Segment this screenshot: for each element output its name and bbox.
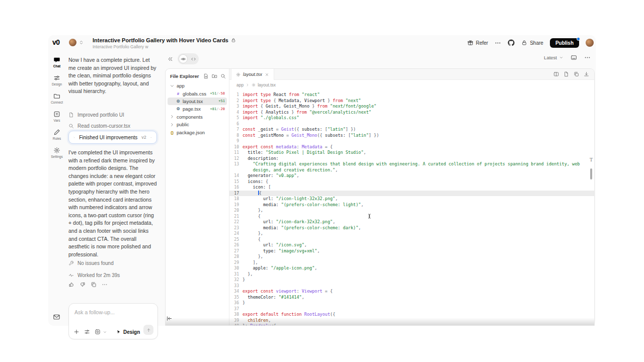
status-label: No issues found xyxy=(77,260,114,266)
code-editor: layout.tsx app layout.tsx xyxy=(229,69,594,325)
workspace: Latest File Explorer app#globals.css+51/… xyxy=(161,50,596,326)
code-line: 10export const metadata: Metadata = { xyxy=(229,144,594,150)
task-more-button[interactable] xyxy=(150,135,152,140)
console-icon[interactable] xyxy=(571,54,577,61)
arrow-up-icon xyxy=(146,327,151,333)
send-button[interactable] xyxy=(143,325,153,335)
code-line: 1import type React from "react" xyxy=(229,92,594,98)
task-version: v2 xyxy=(141,135,146,140)
sidebar-item-design[interactable]: Design xyxy=(48,74,65,86)
version-dropdown[interactable]: Latest xyxy=(544,55,564,60)
code-line: 20 }, xyxy=(229,208,594,214)
tsx-file-icon: ⚙ xyxy=(176,107,181,111)
new-file-icon[interactable] xyxy=(203,73,209,79)
sidebar-item-chat[interactable]: Chat xyxy=(48,56,65,68)
project-switcher-icon[interactable] xyxy=(78,40,84,45)
download-icon[interactable] xyxy=(584,71,589,77)
v0-logo[interactable]: v0 xyxy=(52,38,60,46)
split-view-icon[interactable] xyxy=(553,71,559,77)
chat-input-placeholder: Ask a follow-up... xyxy=(74,309,115,315)
editor-tabbar: layout.tsx xyxy=(229,69,594,80)
tool-call-row[interactable]: Improved portfolio UI xyxy=(68,110,158,120)
sidebar-item-connect[interactable]: Connect xyxy=(48,93,65,104)
sidebar-item-label: Connect xyxy=(51,101,63,104)
share-label: Share xyxy=(530,40,543,46)
file-tree-item-public[interactable]: public xyxy=(168,121,227,128)
breadcrumb-file[interactable]: layout.tsx xyxy=(258,82,276,87)
code-line: 32} xyxy=(229,277,594,283)
github-icon[interactable] xyxy=(508,39,515,46)
sidebar-item-label: Chat xyxy=(53,64,60,68)
header-more-button[interactable] xyxy=(495,40,501,46)
gift-icon xyxy=(467,40,473,46)
attach-plus-button[interactable] xyxy=(73,329,79,335)
code-line: 38export default function RootLayout({ xyxy=(229,312,594,318)
breadcrumb: app layout.tsx xyxy=(229,80,594,90)
file-tree-item-package-json[interactable]: {}package.json xyxy=(168,128,227,136)
preview-toggle-button[interactable] xyxy=(179,54,188,63)
copy-icon[interactable] xyxy=(91,282,97,288)
editor-card: File Explorer app#globals.css+51/-58⚙lay… xyxy=(165,68,595,326)
code-line: 29 ], xyxy=(229,260,594,266)
nav-rail: ChatDesignConnectVarsRulesSettings xyxy=(48,53,65,326)
file-explorer-title: File Explorer xyxy=(170,73,200,79)
json-file-icon: {} xyxy=(170,130,175,135)
file-explorer: File Explorer app#globals.css+51/-58⚙lay… xyxy=(166,69,229,325)
ellipsis-icon[interactable] xyxy=(102,282,108,288)
collapse-panel-icon[interactable] xyxy=(167,56,174,62)
chat-panel: Now I have a complete picture. Let me cr… xyxy=(65,50,161,326)
user-avatar[interactable] xyxy=(586,39,594,47)
scrollbar-thumb[interactable] xyxy=(590,168,592,179)
tool-call-row[interactable]: Read custom-cursor.tsx xyxy=(68,121,158,131)
tab-layout-tsx[interactable]: layout.tsx xyxy=(231,69,274,80)
file-tree-item-components[interactable]: components xyxy=(168,113,227,121)
code-line: 39 children, xyxy=(229,318,594,324)
feedback-mail-icon[interactable] xyxy=(53,313,60,321)
sidebar-item-rules[interactable]: Rules xyxy=(48,129,65,140)
sidebar-item-label: Settings xyxy=(51,155,63,158)
code-line: 2import type { Metadata, Viewport } from… xyxy=(229,98,594,104)
new-folder-icon[interactable] xyxy=(212,73,217,79)
status-row: No issues found xyxy=(68,258,158,268)
tool-call-label: Improved portfolio UI xyxy=(77,112,124,118)
code-line: 11 title: "Studio Pixel | Digital Design… xyxy=(229,150,594,156)
chevron-down-icon[interactable] xyxy=(103,330,107,334)
input-settings-button[interactable] xyxy=(84,329,90,335)
code-line: 37 xyxy=(229,306,594,312)
file-tree-item-globals-css[interactable]: #globals.css+51/-58 xyxy=(168,89,227,97)
close-icon[interactable] xyxy=(265,72,269,77)
file-tree-item-app[interactable]: app xyxy=(168,82,227,89)
code-line: 12 description: xyxy=(229,156,594,162)
file-icon[interactable] xyxy=(564,71,569,77)
sidebar-item-vars[interactable]: Vars xyxy=(48,111,65,122)
publish-button[interactable]: Publish xyxy=(550,38,579,48)
code-line: 27 type: "image/svg+xml", xyxy=(229,248,594,254)
search-icon[interactable] xyxy=(220,73,226,79)
refer-button[interactable]: Refer xyxy=(467,40,488,46)
lock-icon xyxy=(231,38,236,43)
code-line: 40}: Readonly<{ xyxy=(229,323,594,325)
code-line: 25 { xyxy=(229,237,594,243)
share-button[interactable]: Share xyxy=(521,40,543,46)
app-header: v0 Interactive Portfolio Gallery with Ho… xyxy=(48,35,596,50)
code-line: 5import "./globals.css" xyxy=(229,115,594,121)
sidebar-item-label: Rules xyxy=(53,137,61,140)
model-picker-button[interactable] xyxy=(95,329,101,335)
code-toggle-button[interactable] xyxy=(189,54,198,63)
file-tree-item-page-tsx[interactable]: ⚙page.tsx+81/-20 xyxy=(168,105,227,113)
copy-icon[interactable] xyxy=(574,71,579,77)
chat-input[interactable]: Ask a follow-up... Design xyxy=(68,303,158,339)
code-line: 8const _geistMono = Geist_Mono({ subsets… xyxy=(229,133,594,139)
breadcrumb-root[interactable]: app xyxy=(236,82,244,87)
task-summary-card[interactable]: Finished UI improvements v2 xyxy=(68,131,157,144)
collapse-explorer-icon[interactable] xyxy=(166,315,173,322)
project-avatar[interactable] xyxy=(69,39,76,46)
thumb-up-icon[interactable] xyxy=(68,282,74,288)
file-tree-item-layout-tsx[interactable]: ⚙layout.tsx+51 xyxy=(168,98,227,105)
design-mode-chip[interactable]: Design xyxy=(116,329,140,335)
gear-icon xyxy=(53,147,60,154)
thumb-down-icon[interactable] xyxy=(79,282,86,288)
workspace-more-button[interactable] xyxy=(584,54,591,61)
code-area[interactable]: 1import type React from "react"2import t… xyxy=(229,90,594,325)
sidebar-item-settings[interactable]: Settings xyxy=(48,147,65,158)
